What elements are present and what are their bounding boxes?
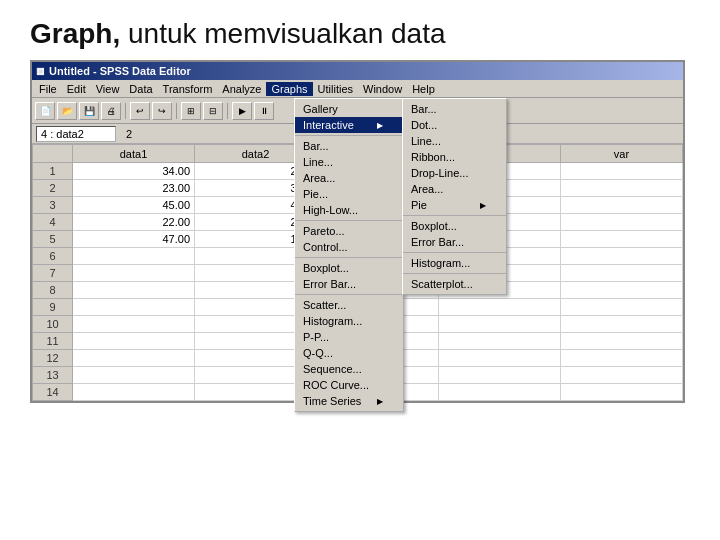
cell-data1[interactable] xyxy=(73,265,195,282)
graphs-roc[interactable]: ROC Curve... xyxy=(295,377,403,393)
row-number: 14 xyxy=(33,384,73,401)
graphs-area[interactable]: Area... xyxy=(295,170,403,186)
cell-var2[interactable] xyxy=(561,248,683,265)
graphs-pie[interactable]: Pie... xyxy=(295,186,403,202)
graphs-gallery[interactable]: Gallery xyxy=(295,101,403,117)
toolbar-btn5[interactable]: ▶ xyxy=(232,102,252,120)
toolbar-print[interactable]: 🖨 xyxy=(101,102,121,120)
cell-var2[interactable] xyxy=(561,299,683,316)
cell-var2[interactable] xyxy=(561,197,683,214)
toolbar-new[interactable]: 📄 xyxy=(35,102,55,120)
menu-data[interactable]: Data xyxy=(124,82,157,96)
col-header-data1: data1 xyxy=(73,145,195,163)
graphs-control[interactable]: Control... xyxy=(295,239,403,255)
graphs-pp[interactable]: P-P... xyxy=(295,329,403,345)
graphs-interactive[interactable]: Interactive ▶ xyxy=(295,117,403,133)
graphs-boxplot[interactable]: Boxplot... xyxy=(295,260,403,276)
toolbar-btn6[interactable]: ⏸ xyxy=(254,102,274,120)
graphs-errorbar[interactable]: Error Bar... xyxy=(295,276,403,292)
cell-ar[interactable] xyxy=(439,333,561,350)
toolbar-redo[interactable]: ↪ xyxy=(152,102,172,120)
cell-data1[interactable] xyxy=(73,333,195,350)
cell-var2[interactable] xyxy=(561,214,683,231)
menu-help[interactable]: Help xyxy=(407,82,440,96)
cell-data1[interactable]: 45.00 xyxy=(73,197,195,214)
cell-data1[interactable] xyxy=(73,316,195,333)
graphs-line[interactable]: Line... xyxy=(295,154,403,170)
cell-var2[interactable] xyxy=(561,231,683,248)
row-number: 6 xyxy=(33,248,73,265)
cell-var2[interactable] xyxy=(561,384,683,401)
row-number: 9 xyxy=(33,299,73,316)
cell-ar[interactable] xyxy=(439,384,561,401)
sub-boxplot[interactable]: Boxplot... xyxy=(403,218,506,234)
row-number: 7 xyxy=(33,265,73,282)
title-bold: Graph, xyxy=(30,18,120,49)
row-number: 4 xyxy=(33,214,73,231)
toolbar-undo[interactable]: ↩ xyxy=(130,102,150,120)
interactive-arrow: ▶ xyxy=(377,121,383,130)
cell-data1[interactable] xyxy=(73,248,195,265)
cell-data1[interactable] xyxy=(73,299,195,316)
cell-data1[interactable] xyxy=(73,282,195,299)
sub-area[interactable]: Area... xyxy=(403,181,506,197)
row-number: 13 xyxy=(33,367,73,384)
sub-dot[interactable]: Dot... xyxy=(403,117,506,133)
timeseries-arrow: ▶ xyxy=(377,397,383,406)
toolbar-save[interactable]: 💾 xyxy=(79,102,99,120)
toolbar-sep3 xyxy=(227,103,228,119)
cell-data1[interactable] xyxy=(73,367,195,384)
menu-file[interactable]: File xyxy=(34,82,62,96)
graphs-histogram[interactable]: Histogram... xyxy=(295,313,403,329)
graphs-timeseries[interactable]: Time Series ▶ xyxy=(295,393,403,409)
sub-histogram[interactable]: Histogram... xyxy=(403,255,506,271)
cell-var2[interactable] xyxy=(561,265,683,282)
cell-ar[interactable] xyxy=(439,367,561,384)
cell-data1[interactable]: 22.00 xyxy=(73,214,195,231)
cell-var2[interactable] xyxy=(561,350,683,367)
sub-sep1 xyxy=(403,215,506,216)
graphs-qq[interactable]: Q-Q... xyxy=(295,345,403,361)
cell-var2[interactable] xyxy=(561,367,683,384)
graphs-sequence[interactable]: Sequence... xyxy=(295,361,403,377)
menu-transform[interactable]: Transform xyxy=(158,82,218,96)
menu-analyze[interactable]: Analyze xyxy=(217,82,266,96)
cell-var2[interactable] xyxy=(561,282,683,299)
sub-dropline[interactable]: Drop-Line... xyxy=(403,165,506,181)
menu-utilities[interactable]: Utilities xyxy=(313,82,358,96)
graphs-dropdown: Gallery Interactive ▶ Bar... Line... Are… xyxy=(294,98,404,412)
cell-data1[interactable]: 34.00 xyxy=(73,163,195,180)
sub-ribbon[interactable]: Ribbon... xyxy=(403,149,506,165)
sub-pie[interactable]: Pie ▶ xyxy=(403,197,506,213)
cell-var2[interactable] xyxy=(561,163,683,180)
sub-errorbar[interactable]: Error Bar... xyxy=(403,234,506,250)
cell-ar[interactable] xyxy=(439,299,561,316)
menu-window[interactable]: Window xyxy=(358,82,407,96)
cell-data1[interactable]: 23.00 xyxy=(73,180,195,197)
graphs-scatter[interactable]: Scatter... xyxy=(295,297,403,313)
toolbar-open[interactable]: 📂 xyxy=(57,102,77,120)
cell-var2[interactable] xyxy=(561,180,683,197)
sub-line[interactable]: Line... xyxy=(403,133,506,149)
toolbar-btn3[interactable]: ⊞ xyxy=(181,102,201,120)
menu-edit[interactable]: Edit xyxy=(62,82,91,96)
menu-view[interactable]: View xyxy=(91,82,125,96)
toolbar-btn4[interactable]: ⊟ xyxy=(203,102,223,120)
graphs-pareto[interactable]: Pareto... xyxy=(295,223,403,239)
sub-bar[interactable]: Bar... xyxy=(403,101,506,117)
cell-ref-text: 4 : data2 xyxy=(41,128,84,140)
cell-ar[interactable] xyxy=(439,350,561,367)
cell-ar[interactable] xyxy=(439,316,561,333)
window-title: Untitled - SPSS Data Editor xyxy=(49,65,191,77)
pie-arrow: ▶ xyxy=(480,201,486,210)
cell-var2[interactable] xyxy=(561,333,683,350)
cell-var2[interactable] xyxy=(561,316,683,333)
row-number: 2 xyxy=(33,180,73,197)
graphs-highlow[interactable]: High-Low... xyxy=(295,202,403,218)
menu-graphs[interactable]: Graphs xyxy=(266,82,312,96)
graphs-bar[interactable]: Bar... xyxy=(295,138,403,154)
cell-data1[interactable] xyxy=(73,350,195,367)
sub-scatterplot[interactable]: Scatterplot... xyxy=(403,276,506,292)
cell-data1[interactable]: 47.00 xyxy=(73,231,195,248)
cell-data1[interactable] xyxy=(73,384,195,401)
